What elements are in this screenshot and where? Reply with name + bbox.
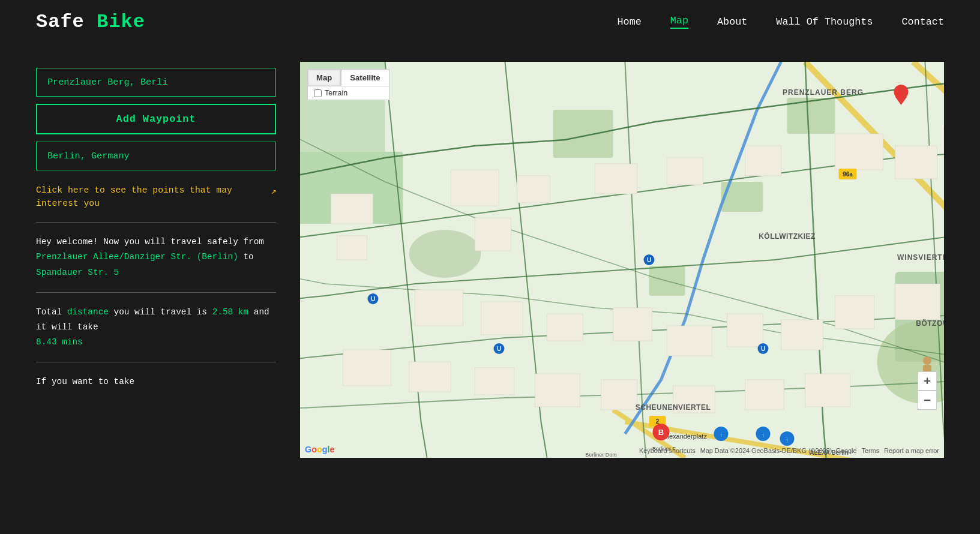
distance-info: Total distance you will travel is 2.58 k… <box>36 305 276 350</box>
welcome-text: Hey welcome! Now you will travel safely … <box>36 237 264 247</box>
map-placeholder[interactable]: U U U U 2 96a 96a 2 PRENZLAUER BERG WINS… <box>300 62 944 458</box>
svg-point-79 <box>923 356 931 365</box>
svg-rect-40 <box>745 380 784 410</box>
logo-safe: Safe <box>36 11 85 33</box>
svg-text:Berliner Dom: Berliner Dom <box>585 452 617 458</box>
svg-rect-33 <box>895 284 940 320</box>
divider-1 <box>36 222 276 223</box>
svg-text:WINSVIERTEL: WINSVIERTEL <box>897 253 944 262</box>
svg-rect-21 <box>745 146 781 176</box>
terrain-label: Terrain <box>325 89 347 97</box>
map-svg: U U U U 2 96a 96a 2 PRENZLAUER BERG WINS… <box>300 62 944 458</box>
svg-rect-14 <box>331 194 373 224</box>
map-type-controls: Map Satellite Terrain <box>307 69 389 100</box>
svg-rect-37 <box>535 374 580 407</box>
destination-link[interactable]: Spandauer Str. 5 <box>36 268 119 277</box>
svg-rect-26 <box>481 302 523 335</box>
map-container: U U U U 2 96a 96a 2 PRENZLAUER BERG WINS… <box>300 62 944 458</box>
svg-text:U: U <box>647 257 651 263</box>
logo-bike: Bike <box>97 11 145 33</box>
terms-link[interactable]: Terms <box>862 447 880 454</box>
poi-text: Click here to see the points that may in… <box>36 184 266 210</box>
to-text: to <box>243 252 253 262</box>
add-waypoint-button[interactable]: Add Waypoint <box>36 104 276 134</box>
svg-rect-4 <box>553 110 613 158</box>
further-info: If you want to take <box>36 374 276 389</box>
nav-map[interactable]: Map <box>670 15 688 29</box>
keyboard-shortcuts[interactable]: Keyboard shortcuts <box>639 447 696 454</box>
logo: Safe Bike <box>36 11 145 33</box>
svg-rect-15 <box>337 236 367 260</box>
svg-text:B: B <box>658 428 664 437</box>
distance-label-word: Total <box>36 307 62 317</box>
main-nav: Home Map About Wall Of Thoughts Contact <box>617 15 944 29</box>
zoom-out-button[interactable]: − <box>918 391 937 410</box>
map-zoom-controls: + − <box>918 371 937 410</box>
svg-rect-19 <box>595 164 637 194</box>
svg-rect-17 <box>475 218 511 251</box>
cursor-icon: ↗ <box>271 185 276 198</box>
map-attribution-left: Google <box>305 445 335 454</box>
svg-point-3 <box>409 230 481 278</box>
svg-rect-36 <box>475 368 514 395</box>
svg-rect-34 <box>343 350 391 386</box>
nav-about[interactable]: About <box>717 16 747 28</box>
svg-rect-38 <box>601 380 637 410</box>
distance-value: 2.58 km <box>212 307 248 317</box>
map-type-map-button[interactable]: Map <box>307 69 341 86</box>
svg-text:i: i <box>721 432 722 438</box>
svg-text:SCHEUNENVIERTEL: SCHEUNENVIERTEL <box>636 403 711 412</box>
divider-3 <box>36 362 276 362</box>
divider-2 <box>36 292 276 293</box>
svg-rect-18 <box>517 176 550 203</box>
svg-text:BÖTZOWVIERTEL: BÖTZOWVIERTEL <box>916 319 944 328</box>
time-value: 8.43 mins <box>36 337 83 347</box>
svg-text:2: 2 <box>656 418 660 425</box>
destination-input[interactable] <box>36 142 276 170</box>
main-content: Add Waypoint Click here to see the point… <box>0 44 980 458</box>
poi-link[interactable]: Click here to see the points that may in… <box>36 184 276 210</box>
header: Safe Bike Home Map About Wall Of Thought… <box>0 0 980 44</box>
svg-rect-29 <box>667 326 712 356</box>
nav-wall[interactable]: Wall Of Thoughts <box>776 16 873 28</box>
google-logo: Google <box>305 445 335 454</box>
left-panel: Add Waypoint Click here to see the point… <box>36 62 276 458</box>
svg-rect-41 <box>805 374 850 407</box>
origin-link[interactable]: Prenzlauer Allee/Danziger Str. (Berlin) <box>36 252 238 262</box>
svg-rect-16 <box>451 170 499 206</box>
zoom-in-button[interactable]: + <box>918 371 937 391</box>
svg-rect-35 <box>409 362 451 392</box>
nav-home[interactable]: Home <box>617 16 641 28</box>
route-info: Hey welcome! Now you will travel safely … <box>36 235 276 280</box>
report-link[interactable]: Report a map error <box>884 447 939 454</box>
svg-rect-20 <box>667 158 703 185</box>
svg-text:U: U <box>371 296 375 302</box>
svg-rect-22 <box>835 134 883 170</box>
dist-text1: you will travel is <box>114 307 207 317</box>
svg-text:U: U <box>497 346 501 352</box>
svg-rect-31 <box>781 320 823 350</box>
terrain-checkbox[interactable] <box>314 89 322 97</box>
further-text: If you want to take <box>36 377 134 386</box>
svg-text:Alexanderplatz: Alexanderplatz <box>663 433 707 440</box>
svg-rect-23 <box>895 146 937 179</box>
svg-rect-24 <box>943 128 945 152</box>
svg-text:U: U <box>761 346 765 352</box>
svg-rect-25 <box>415 290 463 326</box>
svg-rect-28 <box>613 308 652 341</box>
svg-text:i: i <box>763 432 764 438</box>
svg-text:96a: 96a <box>843 171 853 178</box>
svg-rect-32 <box>835 296 874 329</box>
nav-contact[interactable]: Contact <box>902 16 945 28</box>
svg-text:KÖLLWITZKIEZ: KÖLLWITZKIEZ <box>759 232 816 241</box>
svg-text:i: i <box>787 437 788 443</box>
map-attribution-right: Keyboard shortcuts Map Data ©2024 GeoBas… <box>639 447 939 454</box>
svg-rect-30 <box>727 314 763 347</box>
distance-word: distance <box>67 307 109 317</box>
svg-rect-27 <box>547 314 583 341</box>
map-data-text: Map Data ©2024 GeoBasis-DE/BKG (©2009), … <box>700 447 857 454</box>
map-type-satellite-button[interactable]: Satellite <box>341 69 389 86</box>
origin-input[interactable] <box>36 68 276 97</box>
svg-text:PRENZLAUER BERG: PRENZLAUER BERG <box>783 88 864 97</box>
